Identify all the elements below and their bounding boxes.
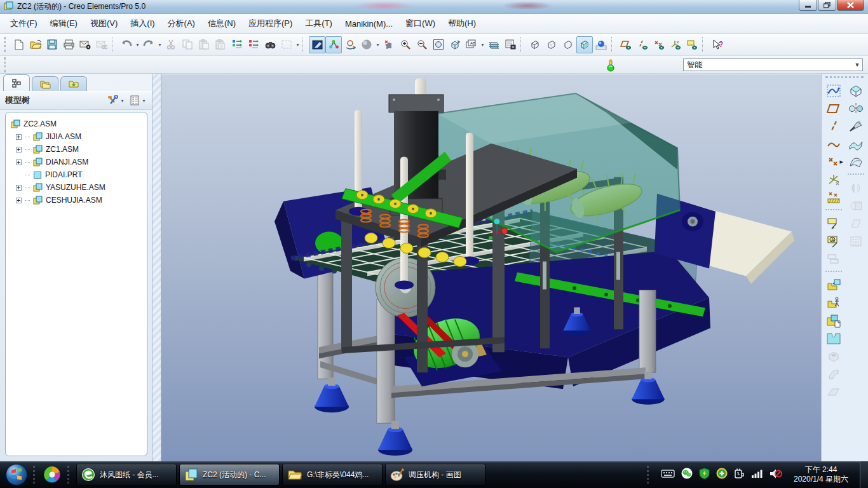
notes-button[interactable] (825, 251, 843, 268)
menu-insert[interactable]: 插入(I) (124, 15, 161, 32)
pattern-button[interactable] (847, 233, 865, 250)
paste-button[interactable] (196, 36, 212, 53)
flyout-arrow[interactable]: ▶ (840, 159, 843, 165)
toolbar-grabber[interactable] (825, 76, 864, 79)
tree-settings-button[interactable]: ▾ (130, 95, 147, 105)
tree-row[interactable]: PIDAI.PRT (7, 168, 146, 181)
style-tool-button[interactable] (825, 83, 843, 99)
menu-applications[interactable]: 应用程序(P) (242, 15, 299, 32)
sweep-button[interactable] (847, 118, 865, 135)
datum-plane-button[interactable] (825, 100, 843, 117)
taskbar-button-creo[interactable]: ZC2 (活动的) - C... (179, 464, 280, 485)
undo-button[interactable] (118, 36, 135, 53)
datum-csys-button[interactable] (825, 172, 843, 188)
menu-view[interactable]: 视图(V) (84, 15, 124, 32)
toolbar-grabber[interactable] (4, 57, 8, 72)
layers-dropdown-arrow[interactable]: ▾ (480, 42, 485, 48)
expand-icon[interactable] (16, 185, 22, 191)
restore-button[interactable] (818, 0, 836, 11)
selection-filter-combobox[interactable]: 智能 ▼ (683, 58, 863, 71)
refit-button[interactable] (430, 36, 447, 53)
taskbar-button-paint[interactable]: 调压机构 - 画图 (385, 464, 485, 485)
no-hidden-button[interactable] (560, 36, 576, 53)
quick-launch-browser[interactable] (41, 463, 64, 486)
start-button[interactable] (4, 462, 29, 487)
redo-dropdown-arrow[interactable]: ▾ (157, 42, 163, 48)
style-surface-button[interactable] (847, 154, 865, 170)
datum-axes-toggle[interactable] (634, 36, 651, 53)
minimize-button[interactable] (799, 0, 817, 11)
print-button[interactable] (60, 36, 77, 53)
note-button[interactable] (825, 215, 843, 232)
volume-muted-tray-icon[interactable] (770, 468, 782, 482)
revolve-button[interactable] (847, 100, 865, 117)
menu-tools[interactable]: 工具(T) (299, 15, 339, 32)
annotations-toggle[interactable] (684, 36, 700, 53)
layers-button[interactable]: AB (463, 36, 480, 53)
datum-points-toggle[interactable] (651, 36, 667, 53)
wireframe-button[interactable] (527, 36, 543, 53)
menu-info[interactable]: 信息(N) (201, 15, 242, 32)
wechat-tray-icon[interactable] (681, 468, 693, 482)
paste-special-button[interactable] (212, 36, 229, 53)
tree-row[interactable]: JIJIA.ASM (7, 130, 146, 143)
datum-point-button[interactable]: ▶ (825, 154, 843, 170)
power-plug-tray-icon[interactable] (734, 468, 745, 482)
regenerate-manager-button[interactable] (245, 36, 262, 53)
menu-analysis[interactable]: 分析(A) (161, 15, 201, 32)
select-box-dropdown-arrow[interactable]: ▾ (295, 42, 301, 48)
round-button[interactable] (825, 366, 843, 383)
enhanced-realism-button[interactable] (593, 36, 609, 53)
extrude-button[interactable] (847, 83, 865, 99)
shade-options-button[interactable] (358, 36, 375, 53)
chamfer-button[interactable] (825, 384, 843, 400)
tree-row[interactable]: CESHUJIA.ASM (7, 194, 146, 207)
save-button[interactable] (44, 36, 60, 53)
menu-window[interactable]: 窗口(W) (399, 15, 442, 32)
regen-status-indicator[interactable] (602, 57, 619, 74)
spin-center-button[interactable] (325, 36, 342, 53)
taskbar-clock[interactable]: 下午 2:44 2020/1/4 星期六 (789, 465, 853, 484)
close-button[interactable] (837, 0, 864, 11)
tree-row[interactable]: ZC1.ASM (7, 143, 146, 156)
menu-manikin[interactable]: Manikin(M)... (339, 16, 399, 32)
send-link-button[interactable] (93, 36, 110, 53)
hole-button[interactable] (825, 348, 843, 365)
combobox-dropdown-arrow[interactable]: ▼ (852, 62, 862, 68)
zoom-in-button[interactable] (397, 36, 414, 53)
new-file-button[interactable] (11, 36, 27, 53)
show-desktop-button[interactable] (860, 461, 868, 488)
zoom-out-button[interactable] (414, 36, 430, 53)
pan-zoom-button[interactable] (381, 36, 397, 53)
shade-options-dropdown-arrow[interactable]: ▾ (375, 42, 381, 48)
app-icon[interactable] (4, 1, 13, 13)
balloon-note-button[interactable]: A (825, 233, 843, 250)
orient-mode-button[interactable] (342, 36, 358, 53)
redo-button[interactable] (140, 36, 157, 53)
taskbar-button-folder[interactable]: G:\非标类\044鸡... (282, 464, 383, 485)
expand-icon[interactable] (16, 147, 22, 152)
folder-browser-tab[interactable] (32, 76, 58, 91)
mold-cavity-button[interactable] (825, 330, 843, 347)
shaded-button[interactable] (576, 36, 593, 53)
cut-button[interactable] (163, 36, 179, 53)
antivirus-plus-tray-icon[interactable] (716, 468, 728, 482)
assemble-component-button[interactable] (825, 277, 843, 294)
tree-settings-dropdown-arrow[interactable]: ▾ (141, 98, 147, 104)
datum-axis-button[interactable] (825, 118, 843, 135)
tree-row[interactable]: DIANJI.ASM (7, 156, 146, 168)
undo-dropdown-arrow[interactable]: ▾ (135, 42, 140, 48)
saved-views-button[interactable] (447, 36, 463, 53)
boundary-blend-button[interactable] (847, 136, 865, 152)
send-mail-button[interactable] (77, 36, 93, 53)
expand-icon[interactable] (16, 198, 22, 203)
context-help-button[interactable]: ? (709, 36, 725, 53)
security-shield-tray-icon[interactable] (699, 468, 710, 482)
taskbar-grabber[interactable] (647, 466, 651, 484)
taskbar-button-browser[interactable]: 沐风图纸 - 会员... (76, 464, 177, 485)
regenerate-button[interactable] (229, 36, 245, 53)
expand-icon[interactable] (16, 159, 22, 165)
touch-keyboard-icon[interactable] (661, 469, 675, 481)
sketch-button[interactable] (825, 189, 843, 206)
menu-help[interactable]: 帮助(H) (442, 15, 482, 32)
